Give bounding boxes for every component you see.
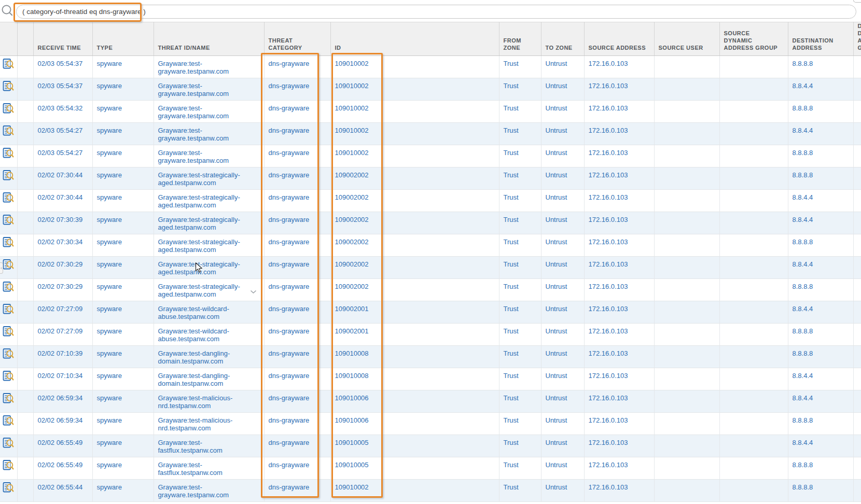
cell-destination-dynamic-address-group [853, 56, 861, 78]
cell-type: spyware [92, 413, 154, 435]
cell-destination-dynamic-address-group [853, 234, 861, 257]
log-row: 02/03 05:54:27spywareGrayware:test- gray… [0, 145, 861, 167]
column-header-id[interactable]: ID [330, 22, 499, 56]
log-detail-icon[interactable] [3, 487, 14, 495]
cell-source-address: 172.16.0.103 [584, 279, 654, 301]
log-detail-icon[interactable] [3, 420, 14, 428]
cell-to-zone: Untrust [541, 457, 584, 480]
log-row: 02/02 07:30:44spywareGrayware:test-strat… [0, 190, 861, 212]
search-icon[interactable] [1, 4, 13, 19]
cell-id: 109010002 [330, 56, 499, 78]
log-detail-icon[interactable] [3, 353, 14, 361]
column-header-type[interactable]: TYPE [92, 22, 154, 56]
log-detail-icon[interactable] [3, 331, 14, 339]
collapse-handle[interactable]: ‹ [0, 262, 3, 274]
cell-source-user [654, 390, 719, 413]
cell-threat-category: dns-grayware [264, 368, 330, 390]
cell-receive-time: 02/03 05:54:32 [33, 101, 92, 123]
chevron-down-icon[interactable] [250, 287, 257, 296]
log-detail-icon[interactable] [3, 219, 14, 227]
column-header-destination-address[interactable]: DESTINATION ADDRESS [788, 22, 853, 56]
cell-threat-name[interactable]: Grayware:test-malicious- nrd.testpanw.co… [154, 413, 264, 435]
detail-icon-cell [0, 212, 17, 234]
cell-source-dynamic-address-group [719, 167, 788, 190]
cell-threat-name[interactable]: Grayware:test-wildcard- abuse.testpanw.c… [154, 301, 264, 324]
log-detail-icon[interactable] [3, 442, 14, 450]
cell-threat-category: dns-grayware [264, 101, 330, 123]
cell-threat-name[interactable]: Grayware:test-wildcard- abuse.testpanw.c… [154, 324, 264, 346]
log-filter-bar [0, 0, 861, 22]
log-detail-icon[interactable] [3, 286, 14, 294]
spacer-cell [17, 390, 33, 413]
cell-threat-name[interactable]: Grayware:test-strategically- aged.testpa… [154, 212, 264, 234]
cell-id: 109002002 [330, 257, 499, 279]
log-row: 02/02 07:27:09spywareGrayware:test-wildc… [0, 324, 861, 346]
log-detail-icon[interactable] [3, 197, 14, 205]
column-header-source-user[interactable]: SOURCE USER [654, 22, 719, 56]
cell-threat-category: dns-grayware [264, 257, 330, 279]
cell-threat-name[interactable]: Grayware:test-malicious- nrd.testpanw.co… [154, 390, 264, 413]
cell-threat-name[interactable]: Grayware:test- fastflux.testpanw.com [154, 435, 264, 457]
cell-threat-name[interactable]: Grayware:test-dangling- domain.testpanw.… [154, 346, 264, 368]
column-header-to-zone[interactable]: TO ZONE [541, 22, 584, 56]
log-detail-icon[interactable] [3, 86, 14, 93]
log-detail-icon[interactable] [3, 309, 14, 316]
cell-threat-name[interactable]: Grayware:test-strategically- aged.testpa… [154, 257, 264, 279]
cell-source-user [654, 368, 719, 390]
cell-threat-name[interactable]: Grayware:test- grayware.testpanw.com [154, 78, 264, 101]
cell-receive-time: 02/02 07:27:09 [33, 324, 92, 346]
cell-threat-name[interactable]: Grayware:test-strategically- aged.testpa… [154, 190, 264, 212]
column-header-threat-category[interactable]: THREAT CATEGORY [264, 22, 330, 56]
log-detail-icon[interactable] [3, 108, 14, 116]
cell-destination-address: 8.8.4.4 [788, 190, 853, 212]
cell-source-address: 172.16.0.103 [584, 435, 654, 457]
cell-threat-name[interactable]: Grayware:test-dangling- domain.testpanw.… [154, 368, 264, 390]
log-detail-icon[interactable] [3, 465, 14, 472]
cell-type: spyware [92, 435, 154, 457]
column-header-receive-time[interactable]: RECEIVE TIME [33, 22, 92, 56]
cell-from-zone: Trust [499, 123, 541, 145]
cell-source-address: 172.16.0.103 [584, 457, 654, 480]
table-header: RECEIVE TIMETYPETHREAT ID/NAMETHREAT CAT… [0, 22, 861, 56]
cell-source-address: 172.16.0.103 [584, 78, 654, 101]
cell-source-dynamic-address-group [719, 101, 788, 123]
column-header-threat-id-name[interactable]: THREAT ID/NAME [154, 22, 264, 56]
log-detail-icon[interactable] [3, 152, 14, 160]
log-detail-icon[interactable] [3, 242, 14, 249]
cell-threat-name[interactable]: Grayware:test- grayware.testpanw.com [154, 480, 264, 502]
cell-source-address: 172.16.0.103 [584, 101, 654, 123]
cell-threat-name[interactable]: Grayware:test- grayware.testpanw.com [154, 123, 264, 145]
cell-id: 109010008 [330, 346, 499, 368]
log-detail-icon[interactable] [3, 63, 14, 71]
log-filter-input[interactable] [16, 5, 856, 19]
cell-destination-dynamic-address-group [853, 123, 861, 145]
cell-source-dynamic-address-group [719, 346, 788, 368]
log-detail-icon[interactable] [3, 375, 14, 383]
column-header-destination-dynamic-address-group[interactable]: DESTINATION DYNAMIC ADDRESS GROUP [853, 22, 861, 56]
cell-threat-name[interactable]: Grayware:test- fastflux.testpanw.com [154, 457, 264, 480]
cell-threat-name[interactable]: Grayware:test-strategically- aged.testpa… [154, 234, 264, 257]
cell-from-zone: Trust [499, 190, 541, 212]
column-header-source-address[interactable]: SOURCE ADDRESS [584, 22, 654, 56]
cell-threat-name[interactable]: Grayware:test- grayware.testpanw.com [154, 56, 264, 78]
cell-type: spyware [92, 234, 154, 257]
column-header-from-zone[interactable]: FROM ZONE [499, 22, 541, 56]
cell-destination-dynamic-address-group [853, 167, 861, 190]
detail-icon-cell [0, 56, 17, 78]
cell-source-user [654, 480, 719, 502]
cell-threat-name[interactable]: Grayware:test- grayware.testpanw.com [154, 101, 264, 123]
cell-from-zone: Trust [499, 167, 541, 190]
log-detail-icon[interactable] [3, 175, 14, 183]
cell-destination-dynamic-address-group [853, 435, 861, 457]
log-detail-icon[interactable] [3, 398, 14, 405]
column-header-source-dynamic-address-group[interactable]: SOURCE DYNAMIC ADDRESS GROUP [719, 22, 788, 56]
cell-threat-category: dns-grayware [264, 435, 330, 457]
log-detail-icon[interactable] [3, 130, 14, 138]
cell-receive-time: 02/03 05:54:37 [33, 78, 92, 101]
cell-threat-name[interactable]: Grayware:test- grayware.testpanw.com [154, 145, 264, 167]
cell-destination-address: 8.8.8.8 [788, 145, 853, 167]
cell-threat-name[interactable]: Grayware:test-strategically- aged.testpa… [154, 167, 264, 190]
log-detail-icon[interactable] [3, 264, 14, 272]
cell-threat-name[interactable]: Grayware:test-strategically- aged.testpa… [154, 279, 264, 301]
detail-icon-cell [0, 480, 17, 502]
